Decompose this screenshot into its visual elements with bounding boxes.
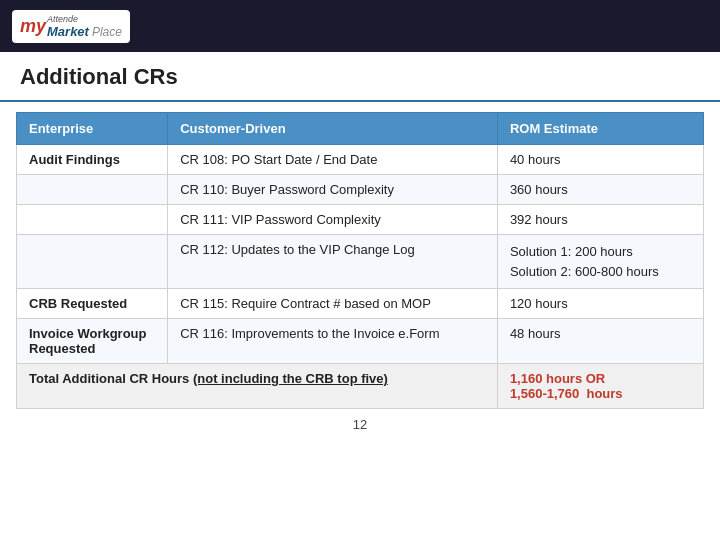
enterprise-cell: Audit Findings <box>17 145 168 175</box>
logo-attende: Attende <box>47 14 122 24</box>
customer-driven-cell: CR 111: VIP Password Complexity <box>168 205 498 235</box>
footer-label-cell: Total Additional CR Hours (not including… <box>17 364 498 409</box>
table-row: CR 110: Buyer Password Complexity 360 ho… <box>17 175 704 205</box>
enterprise-cell: CRB Requested <box>17 289 168 319</box>
customer-driven-cell: CR 108: PO Start Date / End Date <box>168 145 498 175</box>
rom-estimate-cell: 48 hours <box>497 319 703 364</box>
customer-driven-cell: CR 115: Require Contract # based on MOP <box>168 289 498 319</box>
rom-solution-2: Solution 2: 600-800 hours <box>510 264 659 279</box>
enterprise-cell: Invoice WorkgroupRequested <box>17 319 168 364</box>
table-row: CR 112: Updates to the VIP Change Log So… <box>17 235 704 289</box>
customer-driven-cell: CR 112: Updates to the VIP Change Log <box>168 235 498 289</box>
rom-estimate-cell: 40 hours <box>497 145 703 175</box>
page-title: Additional CRs <box>20 64 178 89</box>
footer-rom-value: 1,160 hours OR1,560-1,760 hours <box>510 371 623 401</box>
rom-estimate-cell: Solution 1: 200 hours Solution 2: 600-80… <box>497 235 703 289</box>
logo-my: my <box>20 16 46 37</box>
enterprise-cell <box>17 235 168 289</box>
header-rom-estimate: ROM Estimate <box>497 113 703 145</box>
enterprise-cell <box>17 205 168 235</box>
header-bar: my Attende Market Place <box>0 0 720 52</box>
enterprise-cell <box>17 175 168 205</box>
table-row: CRB Requested CR 115: Require Contract #… <box>17 289 704 319</box>
table-footer-row: Total Additional CR Hours (not including… <box>17 364 704 409</box>
footer-exclusion-label: (not including the CRB top five) <box>193 371 388 386</box>
cr-table: Enterprise Customer-Driven ROM Estimate … <box>16 112 704 409</box>
table-row: CR 111: VIP Password Complexity 392 hour… <box>17 205 704 235</box>
rom-estimate-cell: 120 hours <box>497 289 703 319</box>
logo-place: Place <box>92 25 122 39</box>
logo-area: my Attende Market Place <box>12 10 130 43</box>
table-header-row: Enterprise Customer-Driven ROM Estimate <box>17 113 704 145</box>
footer-total-label: Total Additional CR Hours <box>29 371 193 386</box>
page-title-section: Additional CRs <box>0 52 720 102</box>
table-row: Audit Findings CR 108: PO Start Date / E… <box>17 145 704 175</box>
rom-estimate-cell: 360 hours <box>497 175 703 205</box>
table-container: Enterprise Customer-Driven ROM Estimate … <box>0 102 720 409</box>
rom-solution-1: Solution 1: 200 hours <box>510 244 633 259</box>
footer-rom-cell: 1,160 hours OR1,560-1,760 hours <box>497 364 703 409</box>
header-enterprise: Enterprise <box>17 113 168 145</box>
rom-estimate-cell: 392 hours <box>497 205 703 235</box>
table-row: Invoice WorkgroupRequested CR 116: Impro… <box>17 319 704 364</box>
customer-driven-cell: CR 110: Buyer Password Complexity <box>168 175 498 205</box>
page-number: 12 <box>0 409 720 440</box>
header-customer-driven: Customer-Driven <box>168 113 498 145</box>
logo-market: Market <box>47 24 89 39</box>
customer-driven-cell: CR 116: Improvements to the Invoice e.Fo… <box>168 319 498 364</box>
